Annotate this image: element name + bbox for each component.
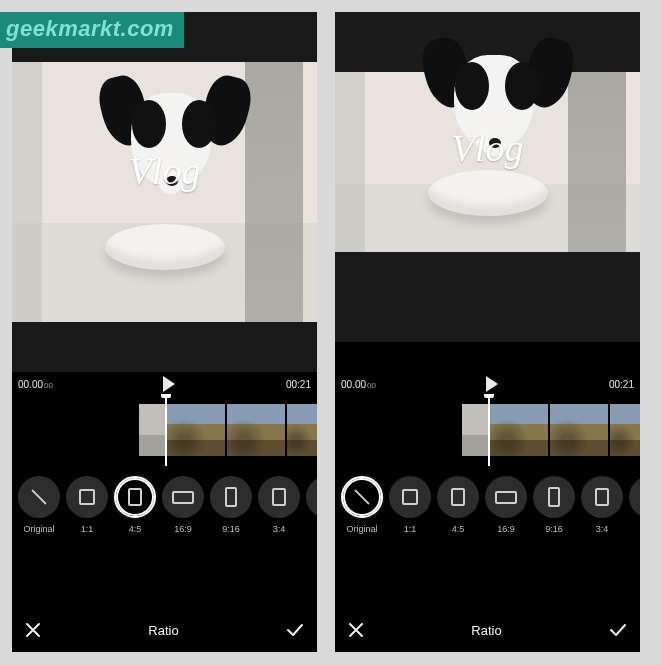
ratio-option-4:5[interactable]: 4:5: [114, 476, 156, 534]
ratio-icon: [66, 476, 108, 518]
letterbox-bottom: [12, 322, 317, 372]
ratio-option-16:9[interactable]: 16:9: [162, 476, 204, 534]
play-button[interactable]: [163, 376, 175, 392]
ratio-icon: [306, 476, 317, 518]
time-duration: 00:21: [609, 379, 634, 390]
ratio-label: 3:4: [596, 524, 609, 534]
ratio-option-more[interactable]: [306, 476, 317, 534]
ratio-label: 1:1: [81, 524, 94, 534]
ratio-option-16:9[interactable]: 16:9: [485, 476, 527, 534]
ratio-option-Original[interactable]: Original: [18, 476, 60, 534]
ratio-icon: [162, 476, 204, 518]
ratio-label: 16:9: [497, 524, 515, 534]
timeline-clip[interactable]: [610, 404, 640, 456]
panel-title: Ratio: [365, 623, 608, 638]
timeline-bar: 00.0000 00:21: [335, 372, 640, 394]
time-duration: 00:21: [286, 379, 311, 390]
ratio-option-1:1[interactable]: 1:1: [389, 476, 431, 534]
confirm-button[interactable]: [608, 621, 628, 639]
timeline-clip[interactable]: [490, 404, 548, 456]
video-preview[interactable]: Vlog: [12, 12, 317, 372]
ratio-label: 3:4: [273, 524, 286, 534]
ratio-icon: [629, 476, 640, 518]
ratio-label: 9:16: [222, 524, 240, 534]
ratio-icon: [581, 476, 623, 518]
timeline-track[interactable]: [335, 394, 640, 466]
timeline-clip[interactable]: [287, 404, 317, 456]
ratio-label: 4:5: [452, 524, 465, 534]
ratio-icon: [389, 476, 431, 518]
timeline-clip[interactable]: [462, 404, 488, 456]
ratio-option-3:4[interactable]: 3:4: [581, 476, 623, 534]
timeline-bar: 00.0000 00:21: [12, 372, 317, 394]
cancel-button[interactable]: [24, 621, 42, 639]
ratio-options-row: Original1:14:516:99:163:4: [335, 466, 640, 538]
panel-title: Ratio: [42, 623, 285, 638]
phone-screenshot-right: Vlog 00.0000 00:21 Original1:14:516:99:1…: [335, 12, 640, 652]
bottom-bar: Ratio: [335, 608, 640, 652]
ratio-icon: [533, 476, 575, 518]
ratio-option-Original[interactable]: Original: [341, 476, 383, 534]
phone-screenshot-left: Vlog 00.0000 00:21 Original1:14:516:99:1…: [12, 12, 317, 652]
confirm-button[interactable]: [285, 621, 305, 639]
ratio-option-9:16[interactable]: 9:16: [533, 476, 575, 534]
timeline-clip[interactable]: [167, 404, 225, 456]
ratio-icon: [258, 476, 300, 518]
preview-gap: [335, 342, 640, 372]
ratio-option-3:4[interactable]: 3:4: [258, 476, 300, 534]
ratio-label: Original: [346, 524, 377, 534]
timeline-track[interactable]: [12, 394, 317, 466]
timeline-clip[interactable]: [139, 404, 165, 456]
ratio-label: 9:16: [545, 524, 563, 534]
ratio-option-9:16[interactable]: 9:16: [210, 476, 252, 534]
site-watermark: geekmarkt.com: [0, 12, 184, 48]
ratio-option-1:1[interactable]: 1:1: [66, 476, 108, 534]
ratio-option-more[interactable]: [629, 476, 640, 534]
ratio-icon: [18, 476, 60, 518]
ratio-icon: [114, 476, 156, 518]
bottom-bar: Ratio: [12, 608, 317, 652]
ratio-option-4:5[interactable]: 4:5: [437, 476, 479, 534]
play-button[interactable]: [486, 376, 498, 392]
cancel-button[interactable]: [347, 621, 365, 639]
ratio-icon: [485, 476, 527, 518]
video-frame: Vlog: [12, 62, 317, 322]
timeline-playhead[interactable]: [165, 394, 167, 466]
ratio-icon: [210, 476, 252, 518]
video-preview[interactable]: Vlog: [335, 12, 640, 342]
ratio-options-row: Original1:14:516:99:163:4: [12, 466, 317, 538]
video-frame: Vlog: [335, 72, 640, 252]
comparison-stage: Vlog 00.0000 00:21 Original1:14:516:99:1…: [0, 0, 661, 665]
time-current: 00.0000: [341, 379, 376, 390]
ratio-label: 4:5: [129, 524, 142, 534]
time-current: 00.0000: [18, 379, 53, 390]
timeline-clip[interactable]: [227, 404, 285, 456]
ratio-icon: [341, 476, 383, 518]
timeline-playhead[interactable]: [488, 394, 490, 466]
ratio-label: Original: [23, 524, 54, 534]
ratio-label: 1:1: [404, 524, 417, 534]
timeline-clip[interactable]: [550, 404, 608, 456]
ratio-label: 16:9: [174, 524, 192, 534]
ratio-icon: [437, 476, 479, 518]
